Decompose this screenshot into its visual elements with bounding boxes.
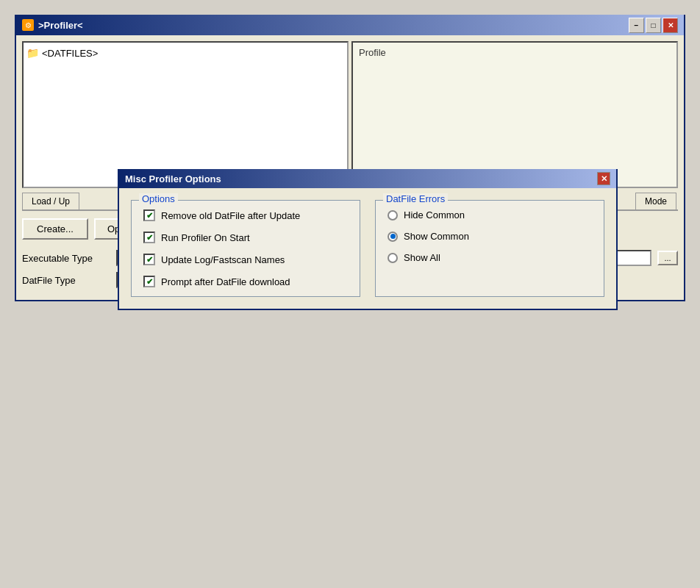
radio-show-common[interactable]: Show Common bbox=[388, 231, 592, 242]
title-bar-left: ⚙ >Profiler< bbox=[22, 19, 83, 31]
tree-item[interactable]: 📁 <DATFILES> bbox=[26, 46, 344, 60]
checkbox-remove-old-input[interactable] bbox=[143, 209, 155, 221]
checkbox-run-profiler[interactable]: Run Profiler On Start bbox=[143, 232, 348, 243]
checkbox-update-log[interactable]: Update Log/Fastscan Names bbox=[143, 254, 348, 265]
create-button[interactable]: Create... bbox=[22, 218, 88, 240]
checkbox-update-log-label: Update Log/Fastscan Names bbox=[161, 254, 285, 265]
checkbox-run-profiler-input[interactable] bbox=[143, 232, 155, 243]
close-window-button[interactable]: ✕ bbox=[662, 18, 678, 33]
executable-type-label: Executable Type bbox=[22, 253, 110, 264]
app-icon: ⚙ bbox=[22, 19, 34, 31]
modal-window: Misc Profiler Options ✕ Options Remove o… bbox=[118, 169, 618, 310]
checkbox-remove-old-label: Remove old DatFile after Update bbox=[161, 210, 300, 221]
right-panel: Profile bbox=[351, 41, 678, 188]
minimize-button[interactable]: − bbox=[629, 18, 644, 33]
title-bar: ⚙ >Profiler< − □ ✕ bbox=[16, 15, 684, 35]
checkbox-prompt-after-input[interactable] bbox=[143, 276, 155, 287]
radio-hide-common[interactable]: Hide Common bbox=[388, 209, 592, 220]
modal-close-button[interactable]: ✕ bbox=[597, 172, 610, 185]
options-group: Options Remove old DatFile after Update … bbox=[131, 200, 360, 297]
window-title: >Profiler< bbox=[38, 20, 83, 31]
left-panel: 📁 <DATFILES> bbox=[22, 41, 349, 188]
modal-title: Misc Profiler Options bbox=[125, 173, 221, 184]
errors-group: DatFile Errors Hide Common Show Common S… bbox=[375, 200, 604, 297]
checkbox-update-log-input[interactable] bbox=[143, 254, 155, 265]
errors-group-title: DatFile Errors bbox=[383, 193, 448, 204]
checkbox-run-profiler-label: Run Profiler On Start bbox=[161, 232, 250, 243]
datfile-type-label: DatFile Type bbox=[22, 275, 110, 286]
profile-header: Profile bbox=[356, 46, 674, 60]
modal-content: Options Remove old DatFile after Update … bbox=[119, 188, 616, 309]
radio-hide-common-label: Hide Common bbox=[404, 209, 465, 220]
window-controls: − □ ✕ bbox=[629, 18, 678, 33]
folder-icon: 📁 bbox=[26, 47, 39, 59]
checkbox-prompt-after-label: Prompt after DatFile download bbox=[161, 276, 290, 287]
options-group-title: Options bbox=[139, 193, 178, 204]
checkbox-remove-old[interactable]: Remove old DatFile after Update bbox=[143, 209, 348, 221]
radio-show-all-input[interactable] bbox=[388, 253, 398, 263]
radio-show-all[interactable]: Show All bbox=[388, 252, 592, 263]
tab-mode[interactable]: Mode bbox=[635, 193, 676, 209]
radio-show-common-label: Show Common bbox=[404, 231, 469, 242]
datfiles-label: <DATFILES> bbox=[42, 48, 98, 59]
modal-title-bar: Misc Profiler Options ✕ bbox=[119, 169, 616, 188]
panels-row: 📁 <DATFILES> Profile bbox=[22, 41, 678, 188]
radio-hide-common-input[interactable] bbox=[388, 210, 398, 220]
tab-load-update[interactable]: Load / Up bbox=[22, 193, 79, 209]
checkbox-prompt-after[interactable]: Prompt after DatFile download bbox=[143, 276, 348, 287]
radio-show-all-label: Show All bbox=[404, 252, 440, 263]
browse-button[interactable]: ... bbox=[657, 251, 678, 265]
radio-show-common-input[interactable] bbox=[388, 232, 398, 242]
maximize-button[interactable]: □ bbox=[646, 18, 661, 33]
